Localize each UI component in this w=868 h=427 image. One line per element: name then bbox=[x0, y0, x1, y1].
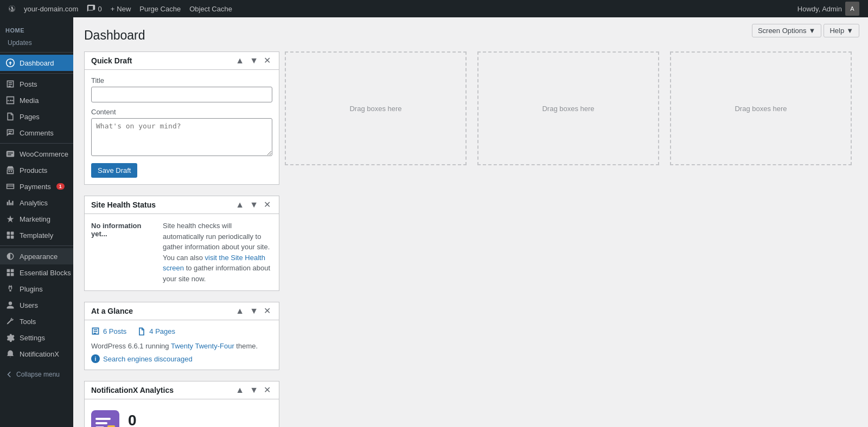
svg-rect-7 bbox=[7, 273, 10, 276]
notificationx-widget: NotificationX Analytics ▲ ▼ ✕ bbox=[84, 381, 279, 427]
admin-menu: Home Updates Dashboard Posts Media bbox=[0, 17, 73, 427]
quick-draft-body: Title Content Save Draft bbox=[85, 70, 279, 184]
drag-zone-3-area[interactable]: Drag boxes here bbox=[670, 51, 852, 165]
quick-draft-expand-up[interactable]: ▲ bbox=[234, 56, 246, 65]
sidebar-item-woocommerce[interactable]: WooCommerce bbox=[0, 146, 73, 162]
posts-stat[interactable]: 6 Posts bbox=[91, 327, 126, 335]
quick-draft-close[interactable]: ✕ bbox=[262, 56, 272, 65]
analytics-icon bbox=[5, 198, 15, 208]
at-a-glance-expand-up[interactable]: ▲ bbox=[234, 307, 246, 315]
sidebar-item-updates[interactable]: Updates bbox=[0, 36, 73, 50]
sidebar-item-media[interactable]: Media bbox=[0, 92, 73, 108]
payments-icon bbox=[5, 182, 15, 191]
pages-stat[interactable]: 4 Pages bbox=[137, 327, 175, 335]
save-draft-button[interactable]: Save Draft bbox=[91, 163, 137, 178]
drag-zone-2: Drag boxes here bbox=[472, 51, 665, 165]
sidebar-item-dashboard[interactable]: Dashboard bbox=[0, 55, 73, 71]
svg-rect-3 bbox=[7, 236, 10, 239]
comments-icon bbox=[5, 128, 15, 138]
svg-rect-4 bbox=[11, 236, 14, 239]
svg-rect-8 bbox=[11, 273, 14, 276]
title-label: Title bbox=[91, 76, 272, 85]
drag-zone-2-area[interactable]: Drag boxes here bbox=[477, 51, 659, 165]
screen-options-button[interactable]: Screen Options ▼ bbox=[752, 24, 821, 37]
sidebar-item-settings[interactable]: Settings bbox=[0, 329, 73, 346]
svg-rect-2 bbox=[11, 232, 14, 235]
glance-stats: 6 Posts 4 Pages bbox=[91, 327, 272, 335]
tools-icon bbox=[5, 316, 15, 326]
appearance-icon bbox=[5, 251, 15, 261]
sidebar-item-products[interactable]: Products bbox=[0, 162, 73, 178]
at-a-glance-close[interactable]: ✕ bbox=[262, 307, 272, 315]
theme-link[interactable]: Twenty Twenty-Four bbox=[171, 342, 234, 350]
search-engines-link[interactable]: Search engines discouraged bbox=[103, 355, 193, 363]
title-input[interactable] bbox=[91, 87, 272, 102]
dashboard-icon bbox=[5, 58, 15, 68]
quick-draft-header: Quick Draft ▲ ▼ ✕ bbox=[85, 52, 279, 70]
help-button[interactable]: Help ▼ bbox=[824, 24, 859, 37]
content-textarea[interactable] bbox=[91, 118, 272, 156]
page-title: Dashboard bbox=[84, 28, 857, 43]
content-label: Content bbox=[91, 108, 272, 116]
site-health-collapse-down[interactable]: ▼ bbox=[248, 200, 260, 209]
svg-rect-0 bbox=[7, 151, 14, 157]
woocommerce-icon bbox=[5, 149, 15, 159]
sidebar-item-plugins[interactable]: Plugins bbox=[0, 281, 73, 297]
wp-logo[interactable] bbox=[4, 0, 20, 17]
sidebar-item-marketing[interactable]: Marketing bbox=[0, 211, 73, 227]
sidebar-item-essential-blocks[interactable]: Essential Blocks bbox=[0, 264, 73, 281]
object-cache-btn[interactable]: Object Cache bbox=[185, 0, 237, 17]
admin-bar: your-domain.com 0 + New Purge Cache Obje… bbox=[0, 0, 868, 17]
marketing-icon bbox=[5, 214, 15, 224]
quick-draft-collapse-down[interactable]: ▼ bbox=[248, 56, 260, 65]
plugins-icon bbox=[5, 284, 15, 294]
media-icon bbox=[5, 95, 15, 105]
settings-icon bbox=[5, 333, 15, 342]
new-content[interactable]: + New bbox=[106, 0, 136, 17]
svg-rect-5 bbox=[7, 269, 10, 273]
notificationx-body: 0 Total Views bbox=[85, 399, 279, 427]
collapse-menu[interactable]: Collapse menu bbox=[0, 366, 73, 383]
notificationx-expand-up[interactable]: ▲ bbox=[234, 386, 246, 394]
sidebar-item-tools[interactable]: Tools bbox=[0, 313, 73, 329]
user-menu[interactable]: Howdy, Admin A bbox=[793, 0, 864, 17]
sidebar-item-posts[interactable]: Posts bbox=[0, 76, 73, 92]
notificationx-collapse-down[interactable]: ▼ bbox=[248, 386, 260, 394]
sidebar-item-pages[interactable]: Pages bbox=[0, 108, 73, 125]
templately-icon bbox=[5, 230, 15, 240]
drag-zone-3: Drag boxes here bbox=[665, 51, 857, 165]
site-health-close[interactable]: ✕ bbox=[262, 200, 272, 209]
top-action-buttons: Screen Options ▼ Help ▼ bbox=[752, 24, 859, 37]
no-info-label: No information yet... bbox=[91, 221, 156, 238]
sidebar-item-comments[interactable]: Comments bbox=[0, 125, 73, 141]
quick-draft-widget: Quick Draft ▲ ▼ ✕ Title Content Save Dra… bbox=[84, 51, 279, 185]
products-icon bbox=[5, 165, 15, 175]
drag-zone-1-area[interactable]: Drag boxes here bbox=[285, 51, 467, 165]
site-health-body: No information yet... Site health checks… bbox=[85, 214, 279, 290]
comments-link[interactable]: 0 bbox=[82, 0, 106, 17]
widgets-column: Quick Draft ▲ ▼ ✕ Title Content Save Dra… bbox=[84, 51, 279, 427]
sidebar-item-users[interactable]: Users bbox=[0, 297, 73, 313]
nx-total-views-count: 0 bbox=[128, 412, 164, 428]
sidebar-item-notificationx[interactable]: NotificationX bbox=[0, 346, 73, 362]
health-description: Site health checks will automatically ru… bbox=[163, 221, 272, 284]
site-name[interactable]: your-domain.com bbox=[20, 0, 82, 17]
sidebar-item-appearance[interactable]: Appearance bbox=[0, 248, 73, 264]
sidebar-item-templately[interactable]: Templately bbox=[0, 227, 73, 243]
home-section-label: Home bbox=[0, 22, 73, 36]
sidebar-item-analytics[interactable]: Analytics bbox=[0, 195, 73, 211]
notificationx-header: NotificationX Analytics ▲ ▼ ✕ bbox=[85, 381, 279, 399]
sidebar-item-payments[interactable]: Payments 1 bbox=[0, 178, 73, 195]
notificationx-close[interactable]: ✕ bbox=[262, 386, 272, 394]
avatar: A bbox=[845, 2, 859, 16]
purge-cache-btn[interactable]: Purge Cache bbox=[135, 0, 185, 17]
drag-zone-1: Drag boxes here bbox=[279, 51, 472, 165]
blocks-icon bbox=[5, 268, 15, 277]
search-engines-warn: i Search engines discouraged bbox=[91, 354, 272, 363]
at-a-glance-collapse-down[interactable]: ▼ bbox=[248, 307, 260, 315]
at-a-glance-widget: At a Glance ▲ ▼ ✕ 6 Posts bbox=[84, 302, 279, 370]
site-health-expand-up[interactable]: ▲ bbox=[234, 200, 246, 209]
info-icon: i bbox=[91, 354, 100, 363]
svg-rect-11 bbox=[95, 422, 107, 424]
nx-count-block: 0 Total Views bbox=[128, 412, 164, 428]
